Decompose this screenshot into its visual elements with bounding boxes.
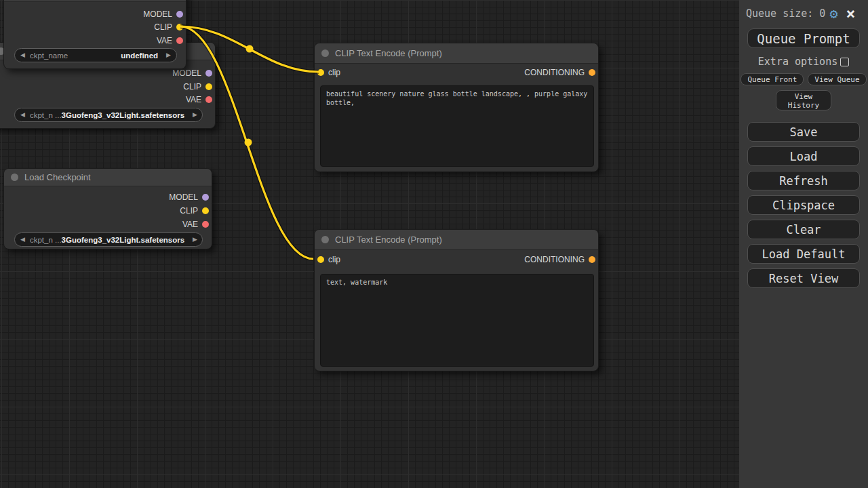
extra-options-label: Extra options [758,56,837,68]
link-midpoint-dot[interactable] [246,45,254,53]
view-history-button[interactable]: View History [776,90,831,110]
model-slot-icon[interactable] [176,11,183,18]
slot-label: CONDITIONING [524,255,585,264]
clip-slot-icon[interactable] [202,207,209,214]
slot-label: MODEL [172,68,201,78]
ckpt-name-widget[interactable]: ◀ ckpt_n ... 3Guofeng3_v32Light.safetens… [14,108,203,122]
output-slot-conditioning: CONDITIONING [520,255,595,264]
output-slot-model: MODEL [4,190,212,204]
clip-input-icon[interactable] [317,69,324,76]
view-queue-button[interactable]: View Queue [808,73,866,85]
conditioning-output-icon[interactable] [589,256,595,263]
node-load-checkpoint-top[interactable]: MODEL CLIP VAE ◀ ckpt_name undefined ▶ [3,0,186,69]
slot-label: MODEL [169,192,198,202]
node-status-icon [321,49,329,57]
clip-input-icon[interactable] [317,256,324,263]
save-button[interactable]: Save [747,122,860,142]
clip-slot-icon[interactable] [176,24,183,30]
load-button[interactable]: Load [747,146,860,166]
node-title: Load Checkpoint [24,172,91,182]
widget-value: 3Guofeng3_v32Light.safetensors [62,111,185,119]
arrow-right-icon[interactable]: ▶ [166,52,171,58]
node-title-bar[interactable] [4,0,186,2]
vae-slot-icon[interactable] [205,96,212,103]
node-title-bar[interactable]: CLIP Text Encode (Prompt) [315,43,598,64]
slot-label: CONDITIONING [524,68,585,77]
node-title-bar[interactable]: CLIP Text Encode (Prompt) [315,230,598,250]
output-slot-vae: VAE [4,218,212,231]
output-slot-vae: VAE [0,93,215,106]
negative-prompt-textarea[interactable]: text, watermark [320,274,594,367]
queue-front-button[interactable]: Queue Front [741,73,804,85]
slot-label: clip [328,255,340,264]
close-icon[interactable]: × [846,7,855,20]
output-slot-clip: CLIP [4,20,186,34]
clip-slot-icon[interactable] [205,83,212,90]
slot-row: clip CONDITIONING [315,66,598,79]
widget-label: ckpt_n ... [30,111,62,119]
vae-slot-icon[interactable] [176,37,183,44]
queue-size-label: Queue size: 0 [746,7,825,20]
arrow-right-icon[interactable]: ▶ [193,237,197,243]
menu-button-stack: Save Load Refresh Clipspace Clear Load D… [739,122,868,288]
node-title: CLIP Text Encode (Prompt) [335,48,442,58]
slot-label: VAE [186,95,201,104]
queue-prompt-button[interactable]: Queue Prompt [747,28,860,48]
node-title: CLIP Text Encode (Prompt) [335,235,442,245]
node-clip-text-encode-negative[interactable]: CLIP Text Encode (Prompt) clip CONDITION… [314,229,599,371]
output-slot-clip: CLIP [4,204,212,218]
view-history-row: View History [739,90,868,110]
clipspace-button[interactable]: Clipspace [747,195,860,215]
slot-label: MODEL [143,9,172,19]
arrow-left-icon[interactable]: ◀ [20,237,25,243]
node-title-bar[interactable]: Load Checkpoint [4,169,212,186]
load-default-button[interactable]: Load Default [747,244,860,264]
model-slot-icon[interactable] [205,70,212,77]
widget-label: ckpt_n ... [30,236,62,244]
node-load-checkpoint[interactable]: Load Checkpoint MODEL CLIP VAE ◀ ckpt_n … [3,168,212,249]
arrow-left-icon[interactable]: ◀ [20,112,25,118]
conditioning-output-icon[interactable] [589,69,595,76]
queue-buttons-row: Queue Front View Queue [739,73,868,85]
reset-view-button[interactable]: Reset View [747,268,860,288]
output-slot-clip: CLIP [0,80,215,94]
slot-label: CLIP [180,206,198,216]
node-status-icon [321,236,329,243]
output-slot-vae: VAE [4,34,186,47]
widget-label: ckpt_name [30,52,68,60]
input-slot-clip: clip [317,255,344,264]
output-slot-conditioning: CONDITIONING [520,68,595,77]
menu-header: Queue size: 0 ⚙ × [739,0,868,20]
extra-options-checkbox[interactable] [840,58,849,66]
vae-slot-icon[interactable] [202,221,209,228]
clear-button[interactable]: Clear [747,220,860,239]
slot-label: CLIP [183,82,201,92]
slot-label: VAE [182,220,198,229]
model-slot-icon[interactable] [202,194,209,201]
ckpt-name-widget[interactable]: ◀ ckpt_name undefined ▶ [14,48,177,62]
widget-value: 3Guofeng3_v32Light.safetensors [62,236,185,244]
link-midpoint-dot[interactable] [245,139,252,146]
node-canvas[interactable]: MODEL CLIP VAE ◀ ckpt_n ... 3Guofeng3_v3… [0,0,739,488]
ckpt-name-widget[interactable]: ◀ ckpt_n ... 3Guofeng3_v32Light.safetens… [14,232,203,247]
refresh-button[interactable]: Refresh [747,171,860,190]
settings-gear-icon[interactable]: ⚙ [829,7,837,20]
extra-options-row: Extra options [739,56,868,68]
slot-label: clip [328,68,340,77]
comfy-menu-panel: Queue size: 0 ⚙ × Queue Prompt Extra opt… [739,0,868,488]
slot-row: clip CONDITIONING [315,253,598,266]
widget-value: undefined [121,52,158,60]
input-slot-clip: clip [317,68,344,77]
output-slot-model: MODEL [4,7,186,21]
slot-label: CLIP [154,22,172,32]
arrow-right-icon[interactable]: ▶ [193,112,197,118]
positive-prompt-textarea[interactable]: beautiful scenery nature glass bottle la… [320,85,594,167]
node-clip-text-encode-positive[interactable]: CLIP Text Encode (Prompt) clip CONDITION… [314,43,599,172]
node-status-icon [11,174,18,181]
slot-label: VAE [157,36,172,45]
arrow-left-icon[interactable]: ◀ [20,52,25,58]
